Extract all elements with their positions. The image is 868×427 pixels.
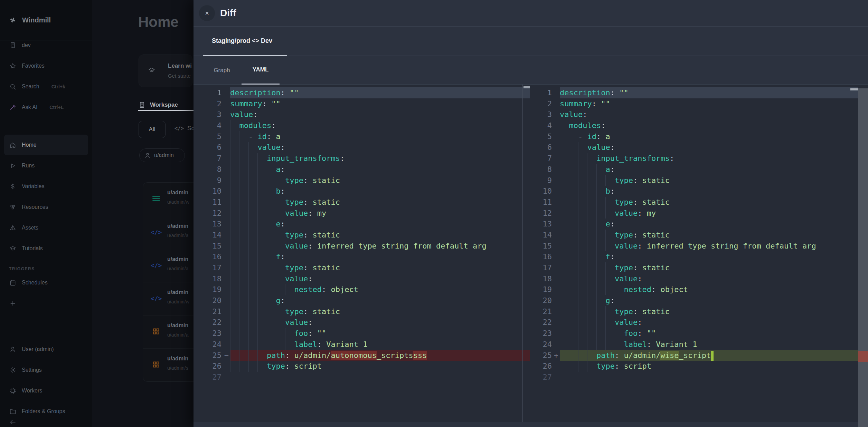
workspace-item-row[interactable]: u/admin u/admin/a: [143, 315, 194, 348]
sidebar-quick-nav: dev Favorites SearchCtrl+k Ask AICtrl+L: [0, 35, 92, 118]
line-number: 25+: [530, 350, 560, 361]
sidebar-item-label: Workers: [22, 388, 42, 394]
plus-icon: [9, 300, 17, 307]
code-line: foo: "": [230, 328, 530, 339]
line-number: 4: [194, 120, 230, 131]
code-line: b:: [230, 186, 530, 197]
script-code-icon: </>: [151, 293, 161, 303]
line-number: 5: [530, 131, 560, 142]
sidebar-item-runs[interactable]: Runs: [0, 155, 92, 176]
sidebar-item-label: Resources: [22, 204, 48, 210]
item-path: u/admin/w: [167, 299, 189, 304]
item-path: u/admin/a: [167, 332, 188, 338]
code-line: type: static: [560, 197, 858, 208]
sidebar-item-label: Variables: [22, 183, 45, 190]
code-line: foo: "": [560, 328, 858, 339]
code-line: modules:: [230, 120, 530, 131]
filter-scripts-button[interactable]: </> Sc: [174, 125, 194, 132]
line-number: 27: [530, 372, 560, 383]
owner-filter-chip[interactable]: u/admin: [139, 148, 185, 162]
tab-graph[interactable]: Graph: [212, 56, 232, 85]
workspace-item-row[interactable]: u/admin u/admin/s: [143, 348, 194, 381]
code-line: summary: "": [230, 98, 530, 109]
close-drawer-button[interactable]: ×: [199, 5, 215, 21]
code-line: type: static: [560, 230, 858, 241]
line-number: 13: [530, 219, 560, 230]
tab-yaml[interactable]: YAML: [242, 56, 280, 85]
script-code-icon: </>: [151, 260, 161, 270]
diff-editor: 1234567891011121314151617181920212223242…: [194, 85, 868, 422]
code-line: type: static: [230, 197, 530, 208]
person-icon: [144, 152, 151, 158]
diff-pane-modified[interactable]: 1234567891011121314151617181920212223242…: [530, 85, 858, 422]
sidebar-item-user-admin-[interactable]: User (admin): [0, 339, 92, 360]
line-number: 1: [530, 87, 560, 98]
workspace-item-row[interactable]: u/admin u/admin/w: [143, 183, 194, 216]
code-line: path: u/admin/autonomous_scriptssss: [230, 350, 530, 361]
editor-gutter: 1234567891011121314151617181920212223242…: [194, 87, 230, 383]
sidebar-item-assets[interactable]: Assets: [0, 217, 92, 238]
building-icon: [9, 41, 17, 49]
overview-deleted-marker: [858, 351, 868, 362]
workspace-item-row[interactable]: </> u/admin u/admin/w: [143, 282, 194, 315]
line-number: 18: [194, 273, 230, 284]
sidebar-item-label: User (admin): [22, 346, 54, 352]
code-line: f:: [560, 251, 858, 262]
line-number: 23: [194, 328, 230, 339]
sidebar-item-search[interactable]: SearchCtrl+k: [0, 76, 92, 97]
drawer-header: × Diff: [194, 0, 868, 27]
diff-sash[interactable]: [522, 85, 523, 422]
line-number: 14: [530, 230, 560, 241]
item-path: u/admin/w: [167, 199, 189, 205]
sidebar-item-resources[interactable]: Resources: [0, 197, 92, 217]
line-number: 3: [530, 109, 560, 120]
flow-icon: [151, 194, 161, 203]
shortcut-label: Ctrl+L: [49, 105, 64, 110]
item-title: u/admin: [167, 322, 188, 329]
collapse-sidebar-button[interactable]: [6, 416, 19, 427]
diff-target-tabs: Staging/prod <> Dev: [194, 27, 868, 56]
code-icon: </>: [174, 125, 184, 132]
filter-scripts-label: Sc: [187, 125, 194, 132]
code-line: g:: [560, 295, 858, 306]
sidebar-item-add[interactable]: [0, 293, 92, 314]
learn-card-subtitle: Get starte: [168, 73, 192, 79]
line-number: 27: [194, 372, 230, 383]
close-icon: ×: [205, 9, 209, 17]
sidebar-logo-row[interactable]: Windmill: [0, 0, 92, 40]
right-editor-scrollbar-handle[interactable]: [850, 88, 858, 90]
code-line: type: script: [560, 361, 858, 372]
code-line: label: Variant 1: [230, 339, 530, 350]
line-number: 17: [194, 262, 230, 273]
sidebar-item-home[interactable]: Home: [4, 135, 88, 155]
sidebar-main-nav: Home Runs Variables Resources Assets Tut…: [0, 135, 92, 259]
home-icon: [9, 141, 17, 149]
tab-staging-prod-dev[interactable]: Staging/prod <> Dev: [203, 27, 287, 56]
primary-tab-label: Staging/prod <> Dev: [212, 37, 272, 45]
overview-ruler-scrollbar[interactable]: [858, 88, 868, 427]
diff-pane-original[interactable]: 1234567891011121314151617181920212223242…: [194, 85, 530, 422]
home-page: Home Learn wi Get starte Workspac All </…: [92, 0, 194, 427]
sidebar-item-schedules[interactable]: Schedules: [0, 272, 92, 293]
filter-all-button[interactable]: All: [139, 121, 166, 138]
line-number: 25−: [194, 350, 230, 361]
sidebar-item-variables[interactable]: Variables: [0, 176, 92, 197]
left-editor-scrollbar-handle[interactable]: [523, 86, 530, 88]
line-number: 11: [194, 197, 230, 208]
sidebar-item-dev[interactable]: dev: [0, 35, 92, 56]
learn-windmill-card[interactable]: Learn wi Get starte: [139, 55, 192, 87]
sidebar-item-settings[interactable]: Settings: [0, 360, 92, 380]
sidebar-item-ask-ai[interactable]: Ask AICtrl+L: [0, 97, 92, 118]
sidebar-item-tutorials[interactable]: Tutorials: [0, 238, 92, 259]
line-number: 22: [194, 317, 230, 328]
tab-workspace[interactable]: Workspac: [138, 99, 194, 111]
sidebar-item-workers[interactable]: Workers: [0, 380, 92, 401]
line-number: 20: [530, 295, 560, 306]
workspace-item-row[interactable]: </> u/admin u/admin/a: [143, 249, 194, 282]
app-grid-icon: [151, 327, 161, 336]
wand-icon: [9, 104, 17, 111]
item-title: u/admin: [167, 256, 188, 262]
sidebar-item-favorites[interactable]: Favorites: [0, 56, 92, 76]
workspace-item-row[interactable]: </> u/admin u/admin/a: [143, 216, 194, 249]
gear-icon: [9, 366, 17, 374]
